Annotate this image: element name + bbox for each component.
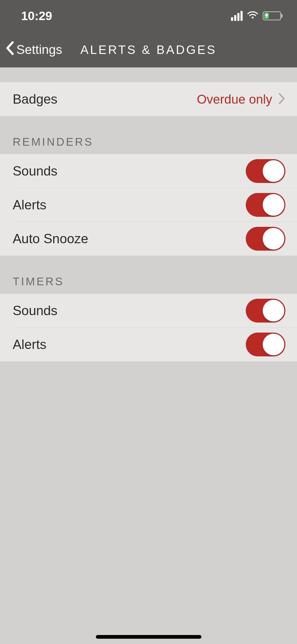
navigation-bar: Settings ALERTS & BADGES — [0, 32, 297, 67]
battery-icon — [263, 11, 281, 20]
timers-alerts-label: Alerts — [13, 337, 46, 352]
timers-group: Sounds Alerts — [0, 294, 297, 361]
cellular-signal-icon — [231, 11, 243, 21]
reminders-sounds-label: Sounds — [13, 163, 58, 179]
reminders-group: Sounds Alerts Auto Snooze — [0, 154, 297, 256]
reminders-alerts-label: Alerts — [13, 197, 46, 213]
back-button[interactable]: Settings — [0, 41, 62, 58]
charging-bolt-icon — [265, 12, 268, 20]
toggle-knob — [263, 228, 284, 250]
timers-alerts-toggle[interactable] — [246, 333, 285, 356]
chevron-right-icon — [279, 93, 285, 105]
badges-label: Badges — [13, 91, 58, 107]
status-bar: 10:29 — [0, 0, 297, 32]
wifi-icon — [247, 11, 258, 21]
timers-alerts-row: Alerts — [0, 328, 297, 361]
chevron-left-icon — [5, 41, 15, 58]
status-indicators — [231, 11, 281, 21]
home-indicator[interactable] — [96, 635, 201, 639]
status-time: 10:29 — [21, 9, 52, 23]
back-label: Settings — [16, 42, 62, 57]
toggle-knob — [263, 300, 284, 321]
reminders-sounds-row: Sounds — [0, 154, 297, 188]
timers-sounds-toggle[interactable] — [246, 299, 285, 323]
reminders-alerts-toggle[interactable] — [246, 193, 285, 217]
toggle-knob — [263, 334, 284, 355]
toggle-knob — [263, 194, 284, 216]
timers-header: TIMERS — [0, 256, 297, 294]
badges-row[interactable]: Badges Overdue only — [0, 82, 297, 116]
reminders-sounds-toggle[interactable] — [246, 159, 285, 183]
timers-sounds-label: Sounds — [13, 303, 58, 318]
toggle-knob — [263, 160, 284, 182]
section-gap — [0, 67, 297, 82]
content: Badges Overdue only REMINDERS Sounds Ale… — [0, 67, 297, 361]
reminders-autosnooze-row: Auto Snooze — [0, 222, 297, 256]
reminders-alerts-row: Alerts — [0, 188, 297, 222]
timers-sounds-row: Sounds — [0, 294, 297, 328]
badges-value: Overdue only — [197, 92, 272, 107]
page-title: ALERTS & BADGES — [80, 43, 216, 57]
reminders-header: REMINDERS — [0, 116, 297, 154]
reminders-autosnooze-label: Auto Snooze — [13, 231, 88, 246]
badges-group: Badges Overdue only — [0, 82, 297, 116]
reminders-autosnooze-toggle[interactable] — [246, 227, 285, 251]
